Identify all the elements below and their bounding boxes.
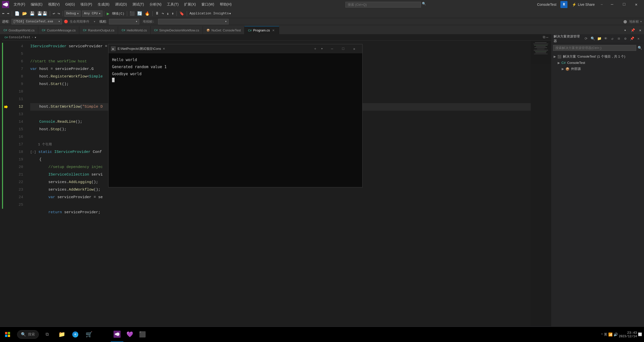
pause-button[interactable]: ⏸ bbox=[154, 10, 160, 17]
terminal-dropdown-button[interactable]: ▾ bbox=[319, 46, 325, 52]
platform-dropdown[interactable]: Any CPU ▾ bbox=[82, 11, 102, 17]
store-icon[interactable]: 🛒 bbox=[83, 327, 95, 342]
terminal-tab[interactable]: E:\NetProjects\测试项目\Cons ✕ bbox=[118, 47, 165, 51]
visual-studio-ide-icon[interactable]: 💜 bbox=[123, 327, 136, 342]
file-explorer-icon[interactable]: 📁 bbox=[55, 327, 68, 342]
terminal-maximize-button[interactable]: □ bbox=[338, 44, 349, 53]
menu-debug[interactable]: 调试(D) bbox=[113, 1, 129, 8]
pin-button[interactable]: 📌 bbox=[629, 36, 635, 42]
hot-reload-button[interactable]: 🔥 bbox=[144, 10, 151, 17]
sync-button[interactable]: ⟳ bbox=[583, 36, 589, 42]
app-insights-button[interactable]: Application Insights ▾ bbox=[189, 10, 232, 17]
volume-icon[interactable]: 🔊 bbox=[614, 332, 618, 337]
edge-icon[interactable]: e bbox=[69, 327, 82, 342]
restart-button[interactable]: 🔄 bbox=[136, 10, 143, 17]
menu-window[interactable]: 窗口(W) bbox=[199, 1, 217, 8]
stop-button[interactable]: ⬛ bbox=[129, 10, 136, 17]
breadcrumb-project[interactable]: ConsoleTest bbox=[9, 35, 30, 39]
collapse-all-button[interactable]: ⊟ bbox=[616, 36, 622, 42]
open-button[interactable]: 📂 bbox=[21, 10, 28, 17]
menu-tools[interactable]: 工具(T) bbox=[164, 1, 181, 8]
terminal-body[interactable]: Hello world Generated random value 1 Goo… bbox=[109, 53, 362, 187]
breadcrumb-dropdown[interactable]: ▾ bbox=[34, 35, 37, 39]
save-all-button[interactable]: 💾💾 bbox=[36, 10, 48, 17]
terminal-tab-close[interactable]: ✕ bbox=[163, 47, 165, 51]
expand-icon[interactable]: ⋯ bbox=[599, 3, 604, 7]
terminal-add-button[interactable]: ＋ bbox=[312, 46, 318, 52]
network-icon[interactable]: 📶 bbox=[608, 332, 613, 337]
process-dropdown[interactable]: [7516] ConsoleTest.exe ▾ bbox=[12, 19, 62, 24]
menu-extensions[interactable]: 扩展(X) bbox=[182, 1, 198, 8]
close-button[interactable]: ✕ bbox=[630, 0, 642, 9]
undo-button[interactable]: ↩ bbox=[52, 10, 56, 17]
filter-button[interactable]: 🔍 bbox=[590, 36, 596, 42]
more-editor-button[interactable]: ⋯ bbox=[546, 35, 548, 39]
tab-goodbyeworld[interactable]: C# GoodbyeWorld.cs bbox=[0, 26, 38, 34]
bookmark-button[interactable]: 🔖 bbox=[178, 10, 185, 17]
app4-icon[interactable]: ⋯ bbox=[96, 327, 109, 342]
terminal-close-button[interactable]: ✕ bbox=[349, 44, 360, 53]
show-all-files-button[interactable]: 👁 bbox=[603, 36, 609, 42]
pin-panel-button[interactable]: 📌 bbox=[629, 26, 636, 34]
menu-test[interactable]: 测试(T) bbox=[130, 1, 147, 8]
back-button[interactable]: ⬅ bbox=[1, 10, 6, 17]
taskbar-search[interactable]: 🔍 搜索 bbox=[17, 330, 39, 339]
forward-button[interactable]: ➡ bbox=[6, 10, 11, 17]
breakpoint-toggle[interactable]: ⬤ 地标桩 bbox=[623, 19, 639, 24]
menu-build[interactable]: 生成(B) bbox=[95, 1, 112, 8]
minimize-button[interactable]: — bbox=[606, 0, 618, 9]
menu-view[interactable]: 视图(V) bbox=[46, 1, 62, 8]
tray-expand[interactable]: ^ bbox=[601, 333, 603, 336]
tree-external[interactable]: ▶ 📦 外部源 bbox=[551, 66, 644, 72]
breakpoint-gutter bbox=[4, 41, 9, 342]
vs-taskbar-icon[interactable] bbox=[111, 327, 123, 342]
debug-config-dropdown[interactable]: Debug ▾ bbox=[64, 11, 81, 17]
tab-label-nuget: NuGet: ConsoleTest bbox=[211, 28, 241, 32]
tree-solution[interactable]: ▶ ⬛ 解决方案 'ConsoleTest' (1 个项目，共 1 个) bbox=[551, 53, 644, 60]
tab-helloworld[interactable]: C# HelloWorld.cs bbox=[118, 26, 151, 34]
sidebar-search-input[interactable] bbox=[553, 45, 636, 51]
step-out-button[interactable]: ↟ bbox=[170, 10, 175, 17]
expand-btn[interactable]: ▾ bbox=[640, 20, 642, 24]
clock-display[interactable]: 23:43 2023/12/14 bbox=[619, 331, 637, 338]
redo-button[interactable]: ↪ bbox=[57, 10, 61, 17]
menu-analyze[interactable]: 分析(N) bbox=[147, 1, 164, 8]
task-view-button[interactable]: ⧉ bbox=[41, 327, 53, 342]
tab-list-button[interactable]: ▾ bbox=[621, 26, 629, 34]
global-search-input[interactable] bbox=[345, 2, 421, 8]
refresh-button[interactable]: ↺ bbox=[609, 36, 615, 42]
step-over-button[interactable]: ↷ bbox=[161, 10, 165, 17]
split-editor-button[interactable]: ⧉ bbox=[543, 35, 545, 39]
menu-project[interactable]: 项目(P) bbox=[78, 1, 95, 8]
menu-git[interactable]: Git(G) bbox=[63, 1, 77, 8]
new-folder-button[interactable]: 📁 bbox=[596, 36, 602, 42]
show-desktop-button[interactable]: ⬜ bbox=[638, 332, 642, 336]
tab-program[interactable]: C# Program.cs ✕ bbox=[244, 26, 279, 34]
menu-file[interactable]: 文件(F) bbox=[11, 1, 28, 8]
live-share-button[interactable]: ⚡ Live Share bbox=[569, 2, 597, 8]
menu-help[interactable]: 帮助(H) bbox=[217, 1, 234, 8]
save-button[interactable]: 💾 bbox=[29, 10, 36, 17]
start-button[interactable] bbox=[0, 327, 15, 342]
thread-dropdown[interactable]: ▾ bbox=[109, 19, 139, 24]
tab-simpledecision[interactable]: C# SimpleDecisionWorkflow.cs bbox=[151, 26, 203, 34]
terminal-taskbar-icon[interactable]: ⬛ bbox=[136, 327, 149, 342]
terminal-minimize-button[interactable]: — bbox=[327, 44, 338, 53]
lifecycle-button[interactable]: 🔴 生命周期事件 bbox=[64, 19, 90, 24]
tree-project[interactable]: ▶ C# ConsoleTest bbox=[551, 60, 644, 66]
close-sidebar-button[interactable]: ✕ bbox=[635, 36, 641, 42]
properties-button[interactable]: ⚙ bbox=[622, 36, 628, 42]
menu-edit[interactable]: 编辑(E) bbox=[28, 1, 45, 8]
new-file-button[interactable]: 📄 bbox=[14, 10, 21, 17]
tab-custommessage[interactable]: C# CustomMessage.cs bbox=[38, 26, 79, 34]
tab-nuget[interactable]: 📦 NuGet: ConsoleTest bbox=[203, 26, 244, 34]
step-in-button[interactable]: ↡ bbox=[166, 10, 170, 17]
maximize-button[interactable]: □ bbox=[618, 0, 630, 9]
terminal-output-line-1: Hello world bbox=[112, 56, 359, 63]
stackframe-dropdown[interactable]: ▾ bbox=[158, 19, 229, 24]
tab-close-program[interactable]: ✕ bbox=[271, 28, 275, 32]
close-panel-button[interactable]: ✕ bbox=[636, 26, 644, 34]
run-button[interactable]: ▶ bbox=[106, 10, 111, 17]
tab-randomoutput[interactable]: C# RandomOutput.cs bbox=[79, 26, 118, 34]
collapse-icon[interactable]: [-] bbox=[30, 148, 36, 156]
